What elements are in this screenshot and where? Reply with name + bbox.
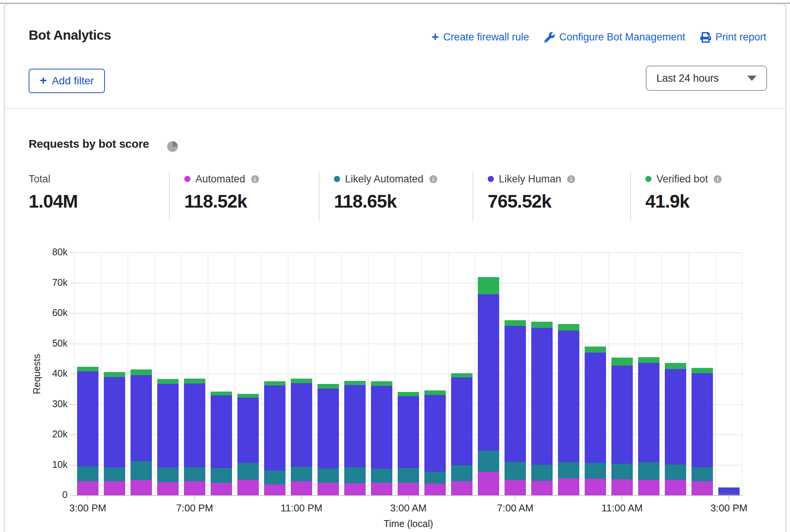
section-title: Requests by bot score — [29, 137, 149, 150]
add-filter-button[interactable]: + Add filter — [29, 69, 105, 93]
bar-group[interactable] — [505, 253, 526, 495]
y-axis-tick — [70, 495, 74, 496]
bar-segment-likely-human — [478, 294, 499, 451]
bar-segment-automated — [291, 481, 312, 495]
bar-segment-verified-bot — [424, 390, 446, 395]
info-icon[interactable]: i — [714, 175, 722, 183]
bar-segment-likely-automated — [77, 466, 98, 481]
bar-group[interactable] — [558, 253, 579, 495]
bar-group[interactable] — [611, 253, 633, 495]
bar-segment-verified-bot — [157, 379, 179, 384]
bar-group[interactable] — [638, 253, 659, 495]
bar-segment-likely-human — [318, 389, 339, 468]
stat-automated: Automated i 118.52k — [184, 172, 259, 212]
x-axis-tick — [729, 495, 729, 500]
bar-segment-verified-bot — [398, 392, 419, 396]
bar-segment-verified-bot — [638, 357, 659, 363]
stat-value: 1.04M — [29, 191, 77, 212]
info-icon[interactable]: i — [567, 175, 575, 183]
y-axis-tick-label: 60k — [18, 307, 68, 318]
bar-segment-verified-bot — [131, 369, 152, 375]
bar-group[interactable] — [291, 253, 312, 495]
bar-segment-likely-automated — [424, 472, 446, 484]
add-filter-label: Add filter — [52, 75, 94, 87]
bar-segment-likely-automated — [585, 463, 606, 479]
bar-segment-likely-human — [237, 398, 259, 463]
bar-segment-likely-human — [531, 328, 553, 465]
bar-segment-likely-human — [104, 377, 125, 468]
time-range-select[interactable]: Last 24 hours — [646, 66, 767, 91]
info-icon[interactable]: i — [429, 175, 437, 183]
configure-bot-management-link[interactable]: Configure Bot Management — [544, 31, 685, 43]
bar-segment-likely-human — [718, 488, 740, 493]
bar-group[interactable] — [665, 253, 686, 495]
bar-segment-automated — [104, 481, 125, 495]
x-axis-tick — [87, 495, 88, 500]
bar-group[interactable] — [692, 253, 713, 495]
bar-segment-automated — [585, 479, 606, 495]
bar-group[interactable] — [344, 253, 366, 495]
link-label: Print report — [715, 31, 766, 43]
stat-value: 118.52k — [184, 191, 259, 212]
bar-group[interactable] — [478, 253, 499, 495]
bar-group[interactable] — [318, 253, 339, 495]
bar-group[interactable] — [371, 253, 392, 495]
y-axis-tick-label: 70k — [18, 277, 68, 288]
bar-group[interactable] — [157, 253, 179, 495]
bar-segment-verified-bot — [665, 363, 686, 369]
page: Bot Analytics + Create firewall rule Con… — [0, 0, 790, 532]
bar-group[interactable] — [211, 253, 232, 495]
bar-group[interactable] — [131, 253, 152, 495]
bar-group[interactable] — [184, 253, 205, 495]
legend-dot-automated — [184, 176, 190, 182]
bar-group[interactable] — [104, 253, 125, 495]
bar-group[interactable] — [77, 253, 98, 495]
bar-segment-automated — [665, 480, 686, 495]
y-axis-title: Requests — [31, 354, 42, 394]
bar-group[interactable] — [718, 253, 740, 495]
x-axis-tick-label: 3:00 PM — [711, 502, 748, 514]
stat-verified-bot: Verified bot i 41.9k — [645, 172, 722, 212]
x-axis-tick-label: 11:00 AM — [601, 502, 643, 514]
y-axis-tick-label: 40k — [18, 368, 68, 379]
bar-group[interactable] — [424, 253, 446, 495]
legend-dot-verified-bot — [645, 176, 651, 182]
bar-segment-automated — [531, 481, 553, 495]
bar-segment-likely-human — [344, 385, 366, 467]
print-report-link[interactable]: Print report — [700, 31, 766, 43]
y-axis-tick-label: 50k — [18, 338, 68, 349]
legend-dot-likely-human — [488, 176, 494, 182]
x-axis-tick — [515, 495, 516, 500]
bar-group[interactable] — [264, 253, 285, 495]
bar-segment-likely-automated — [318, 468, 339, 482]
bar-segment-automated — [184, 481, 205, 495]
bar-segment-likely-automated — [184, 467, 205, 481]
bar-group[interactable] — [531, 253, 553, 495]
y-axis-tick — [70, 434, 74, 435]
stat-likely-human: Likely Human i 765.52k — [488, 172, 575, 212]
y-axis-tick — [70, 343, 74, 344]
y-axis-tick — [70, 283, 74, 284]
stat-divider — [472, 172, 473, 221]
bar-segment-automated — [131, 480, 152, 495]
bar-segment-automated — [692, 481, 713, 495]
bar-segment-verified-bot — [184, 379, 205, 384]
bar-segment-likely-human — [451, 377, 472, 466]
bar-group[interactable] — [398, 253, 419, 495]
bar-segment-automated — [398, 483, 419, 495]
bar-segment-likely-automated — [264, 471, 285, 485]
bar-group[interactable] — [585, 253, 606, 495]
bar-group[interactable] — [237, 253, 259, 495]
bar-segment-automated — [451, 481, 472, 495]
create-firewall-rule-link[interactable]: + Create firewall rule — [432, 31, 529, 43]
stat-divider — [169, 172, 170, 221]
bar-group[interactable] — [451, 253, 472, 495]
stat-label: Automated — [195, 173, 245, 185]
plus-icon: + — [40, 73, 47, 87]
time-range-value: Last 24 hours — [656, 73, 719, 84]
bar-segment-likely-automated — [451, 465, 472, 481]
bar-segment-verified-bot — [505, 320, 526, 326]
bar-segment-likely-automated — [478, 451, 499, 472]
x-axis-tick-label: 3:00 AM — [390, 502, 426, 514]
info-icon[interactable]: i — [251, 175, 259, 183]
